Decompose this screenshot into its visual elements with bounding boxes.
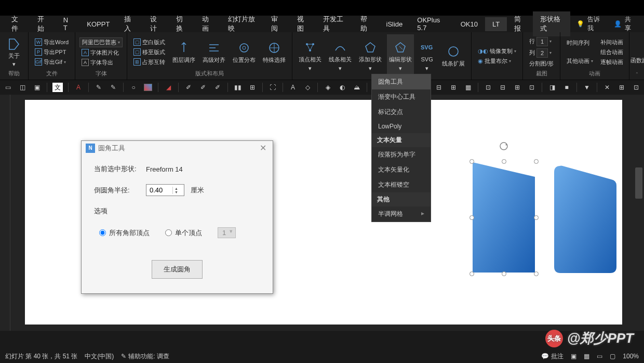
menu-lowpoly[interactable]: LowPoly <box>372 120 431 133</box>
group-anim-button[interactable]: 组合动画 <box>598 48 625 57</box>
bool-button[interactable]: ◉批量布尔▾ <box>476 57 518 66</box>
qat-r4-icon[interactable]: ▦ <box>463 83 473 92</box>
handle-ne[interactable] <box>534 159 539 164</box>
font-export[interactable]: A字体导出 <box>79 58 123 67</box>
qat-merge-icon[interactable]: ▣ <box>32 83 42 92</box>
special-select[interactable]: 特殊选择 <box>261 34 288 70</box>
handle-s[interactable] <box>502 271 506 276</box>
tab-ok10[interactable]: OK10 <box>453 17 485 31</box>
handle-e[interactable] <box>534 215 539 220</box>
scrollbar-vertical[interactable] <box>634 95 644 331</box>
crop-col[interactable]: 列2▾ <box>527 48 556 58</box>
qat-expand-icon[interactable]: ⛶ <box>268 83 277 92</box>
share-button[interactable]: 👤共享 <box>608 15 640 33</box>
collapse-ribbon-icon[interactable]: ⌃ <box>635 72 639 76</box>
handle-nw[interactable] <box>469 159 474 164</box>
crop-row[interactable]: 行1▾ <box>527 36 556 47</box>
menu-para[interactable]: 段落拆为单字 <box>372 147 431 162</box>
qat-r13-icon[interactable]: ⊞ <box>617 83 626 92</box>
qat-r6-icon[interactable]: ⊟ <box>498 83 507 92</box>
supp-anim-button[interactable]: 补间动画 <box>598 38 625 47</box>
status-comment[interactable]: 💬 批注 <box>541 352 564 361</box>
move-layout[interactable]: ▢移至版式 <box>131 48 167 57</box>
qat-circle-icon[interactable]: ○ <box>129 83 138 92</box>
layer-order[interactable]: 图层调序 <box>170 34 197 70</box>
spin-up[interactable]: ▲ <box>173 187 180 190</box>
qat-eyedrop2-icon[interactable]: ✎ <box>109 83 118 92</box>
tab-islide[interactable]: iSlide <box>379 17 410 31</box>
opt-single-radio[interactable]: 单个顶点 <box>165 228 202 238</box>
menu-gradient-tool[interactable]: 渐变中心工具 <box>372 89 431 105</box>
status-lang[interactable]: 中文(中国) <box>85 352 114 361</box>
qat-text-icon[interactable]: 文 <box>52 83 63 92</box>
single-select[interactable]: 1▼ <box>218 227 236 238</box>
tab-nt[interactable]: N T <box>56 13 79 35</box>
qat-swatch-icon[interactable] <box>143 83 153 92</box>
qat-r12-icon[interactable]: ✕ <box>602 83 612 92</box>
opt-all-radio[interactable]: 所有角部顶点 <box>99 228 150 238</box>
qat-layers-icon[interactable]: ◈ <box>323 83 332 92</box>
editshape-button[interactable]: 编辑形状▾ <box>387 34 414 77</box>
view-sorter-icon[interactable]: ▦ <box>584 353 589 360</box>
blank-layout[interactable]: ▢空白版式 <box>131 38 167 47</box>
zoom-value[interactable]: 100% <box>623 353 639 360</box>
tell-me[interactable]: 💡告诉我 <box>570 15 608 33</box>
generate-button[interactable]: 生成圆角 <box>152 260 203 279</box>
shape-2[interactable] <box>553 165 620 275</box>
mirror-button[interactable]: ◑◐镜像复制▾ <box>476 47 518 56</box>
menu-halftone[interactable]: 半调网格▸ <box>372 206 431 222</box>
selected-shape[interactable] <box>472 161 538 275</box>
qat-shape-icon[interactable]: ◫ <box>18 83 27 92</box>
export-gif[interactable]: Gif导出Gif▾ <box>33 58 71 67</box>
qat-image-icon[interactable]: ⛰ <box>352 83 361 92</box>
spin-down[interactable]: ▼ <box>173 190 180 194</box>
radius-input[interactable]: ▲▼ <box>146 184 184 196</box>
menu-vector[interactable]: 文本矢量化 <box>372 162 431 177</box>
qat-fill-icon[interactable]: ◢ <box>164 83 173 92</box>
other-anim-button[interactable]: 其他动画▾ <box>565 57 595 66</box>
qat-rect-icon[interactable]: ▭ <box>3 83 12 92</box>
qat-r8-icon[interactable]: ⊡ <box>527 83 536 92</box>
distribute[interactable]: 位置分布 <box>231 34 258 70</box>
export-word[interactable]: W导出Word <box>33 38 71 47</box>
handle-sw[interactable] <box>469 271 474 276</box>
qat-pen-icon[interactable]: ✐ <box>184 83 193 92</box>
menu-hollow[interactable]: 文本框镂空 <box>372 177 431 192</box>
qat-pen3-icon[interactable]: ✐ <box>213 83 222 92</box>
line-button[interactable]: 线条相关▾ <box>327 34 354 77</box>
qat-r5-icon[interactable]: ⊡ <box>484 83 493 92</box>
font-selector[interactable]: 阿里巴巴普惠▾ <box>79 37 123 47</box>
handle-n[interactable] <box>502 159 506 164</box>
qat-a-icon[interactable]: A <box>288 83 298 92</box>
timeline-button[interactable]: 时间序列 <box>565 38 595 47</box>
tab-okplus[interactable]: OKPlus 5.7 <box>410 13 453 35</box>
view-reading-icon[interactable]: ▭ <box>597 353 602 360</box>
qat-r3-icon[interactable]: ⊞ <box>449 83 458 92</box>
qat-pen2-icon[interactable]: ✐ <box>198 83 208 92</box>
qat-r9-icon[interactable]: ◨ <box>547 83 557 92</box>
font-pic[interactable]: A字体图片化 <box>79 48 123 57</box>
svg-button[interactable]: SVGSVG▾ <box>417 34 437 77</box>
qat-r14-icon[interactable]: ⊡ <box>632 83 641 92</box>
menu-round-tool[interactable]: 圆角工具 <box>372 74 431 89</box>
qat-grid-icon[interactable]: ⊞ <box>248 83 257 92</box>
rotate-handle-icon[interactable] <box>499 141 508 151</box>
qat-r10-icon[interactable]: ■ <box>562 83 571 92</box>
menu-mark[interactable]: 标记交点 <box>372 105 431 120</box>
qat-r11-icon[interactable]: ▼ <box>582 83 592 92</box>
status-access[interactable]: ✎ 辅助功能: 调查 <box>121 352 169 361</box>
qat-eyedrop-icon[interactable]: ✎ <box>94 83 103 92</box>
view-slideshow-icon[interactable]: ▢ <box>610 353 615 360</box>
placeholder-swap[interactable]: ⊞占形互转 <box>131 58 167 67</box>
about-button[interactable]: 关于▾ <box>4 34 24 70</box>
frame-anim-button[interactable]: 逐帧动画 <box>598 58 625 67</box>
qat-r7-icon[interactable]: ⊞ <box>513 83 522 92</box>
crop-split[interactable]: 分割图/形 <box>527 59 556 68</box>
export-ppt[interactable]: P导出PPT <box>33 48 71 57</box>
tab-koppt[interactable]: KOPPT <box>79 17 117 31</box>
vertex-button[interactable]: 顶点相关▾ <box>297 34 324 77</box>
qat-chart-icon[interactable]: ▮▮ <box>233 83 243 92</box>
qat-r2-icon[interactable]: ⊟ <box>434 83 444 92</box>
qat-tag-icon[interactable]: ◇ <box>303 83 312 92</box>
lineext-button[interactable]: 线条扩展 <box>440 34 467 77</box>
